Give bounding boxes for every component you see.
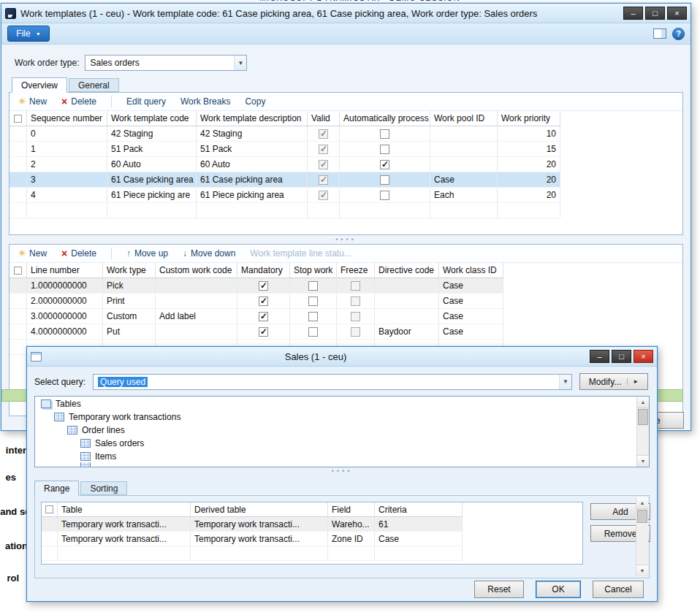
maximize-button[interactable]: □ xyxy=(645,7,665,20)
row-selector[interactable] xyxy=(9,126,27,141)
splitter[interactable]: •••• xyxy=(27,467,657,475)
column-header[interactable]: Freeze xyxy=(337,263,375,278)
cell-line[interactable]: 1.0000000000 xyxy=(27,278,103,293)
stop-work-checkbox[interactable] xyxy=(308,312,318,321)
cell-directive[interactable] xyxy=(375,309,439,324)
column-header[interactable]: Work template description xyxy=(197,111,308,126)
cell-pool[interactable] xyxy=(430,142,498,156)
cell-directive[interactable] xyxy=(375,294,439,308)
cell-description[interactable]: 61 Piece picking area xyxy=(197,188,308,202)
column-header[interactable]: Valid xyxy=(308,111,340,126)
cell-custom[interactable]: Add label xyxy=(156,309,237,324)
table-row[interactable]: 2.0000000000 Print Case xyxy=(9,294,503,309)
modify-button[interactable]: Modify... ► xyxy=(579,373,648,390)
table-row-selected[interactable]: 3 61 Case picking area 61 Case picking a… xyxy=(9,172,560,188)
maximize-button[interactable]: □ xyxy=(612,350,631,363)
row-selector[interactable] xyxy=(9,172,27,187)
cell-priority[interactable]: 15 xyxy=(498,142,560,156)
auto-process-checkbox[interactable] xyxy=(380,145,389,154)
cell-code[interactable]: 61 Case picking area xyxy=(107,172,197,187)
cell-table[interactable]: Temporary work transacti... xyxy=(58,517,191,531)
main-titlebar[interactable]: Work templates (1 - ceu) - Work template… xyxy=(1,4,691,23)
tree-item-clipped[interactable] xyxy=(35,462,649,467)
stop-work-checkbox[interactable] xyxy=(308,281,318,291)
stop-work-checkbox[interactable] xyxy=(308,297,318,306)
layout-icon[interactable] xyxy=(653,28,666,39)
cell-line[interactable]: 4.0000000000 xyxy=(27,324,103,339)
cell-worktype[interactable]: Custom xyxy=(103,309,156,324)
table-row[interactable]: 1.0000000000 Pick Case xyxy=(9,278,503,294)
file-menu-button[interactable]: File ▼ xyxy=(7,26,50,42)
column-header[interactable]: Table xyxy=(58,502,191,516)
tree-item-order-lines[interactable]: Order lines xyxy=(35,423,649,436)
cell-pool[interactable] xyxy=(430,157,498,172)
cell-workclass[interactable]: Case xyxy=(439,294,503,308)
move-up-button[interactable]: ↑ Move up xyxy=(126,248,168,259)
row-selector[interactable] xyxy=(9,278,27,293)
row-selector[interactable] xyxy=(9,324,27,339)
chevron-down-icon[interactable]: ▼ xyxy=(559,375,571,389)
close-button[interactable]: × xyxy=(634,350,653,363)
tab-range[interactable]: Range xyxy=(34,481,79,496)
select-all-checkbox[interactable] xyxy=(9,111,27,126)
mandatory-checkbox[interactable] xyxy=(259,312,268,321)
close-button[interactable]: × xyxy=(667,7,687,20)
stop-work-checkbox[interactable] xyxy=(308,327,318,337)
tree-item-items[interactable]: Items xyxy=(35,449,649,462)
table-row[interactable]: Temporary work transacti... Temporary wo… xyxy=(42,532,463,546)
mandatory-checkbox[interactable] xyxy=(259,327,268,337)
column-header[interactable]: Sequence number xyxy=(27,111,107,126)
cell-sequence[interactable]: 3 xyxy=(27,172,107,187)
cell-priority[interactable]: 20 xyxy=(498,188,560,202)
cell-sequence[interactable]: 4 xyxy=(27,188,107,202)
cell-worktype[interactable]: Put xyxy=(103,324,156,339)
auto-process-checkbox[interactable] xyxy=(380,160,389,169)
reset-button[interactable]: Reset xyxy=(474,581,524,598)
minimize-button[interactable]: – xyxy=(623,7,643,20)
column-header[interactable]: Work type xyxy=(103,263,156,278)
scroll-down-icon[interactable]: ▼ xyxy=(637,455,649,467)
table-row[interactable]: 2 60 Auto 60 Auto 20 xyxy=(9,157,560,172)
new-button[interactable]: ✳ New xyxy=(18,96,47,107)
tab-sorting[interactable]: Sorting xyxy=(80,481,127,495)
column-header[interactable]: Criteria xyxy=(375,502,463,516)
row-selector[interactable] xyxy=(9,309,27,324)
work-order-type-select[interactable]: Sales orders ▼ xyxy=(85,55,247,71)
cell-code[interactable]: 42 Staging xyxy=(107,126,197,141)
cell-pool[interactable]: Case xyxy=(430,172,498,187)
row-selector[interactable] xyxy=(42,517,58,531)
scrollbar-thumb[interactable] xyxy=(637,510,647,523)
chevron-down-icon[interactable]: ▼ xyxy=(234,56,246,70)
cell-pool[interactable]: Each xyxy=(430,188,498,202)
cell-criteria[interactable]: Case xyxy=(375,532,463,546)
cell-description[interactable]: 51 Pack xyxy=(197,142,308,156)
cell-priority[interactable]: 20 xyxy=(498,157,560,172)
cell-derived[interactable]: Temporary work transacti... xyxy=(191,532,328,546)
cell-table[interactable]: Temporary work transacti... xyxy=(58,532,191,546)
move-down-button[interactable]: ↓ Move down xyxy=(183,248,235,259)
row-selector[interactable] xyxy=(42,532,58,546)
cell-sequence[interactable]: 2 xyxy=(27,157,107,172)
table-row[interactable]: Temporary work transacti... Temporary wo… xyxy=(42,517,463,532)
cell-criteria[interactable]: 61 xyxy=(375,517,463,531)
scroll-up-icon[interactable]: ▲ xyxy=(636,497,648,509)
edit-query-button[interactable]: Edit query xyxy=(126,96,166,107)
cell-description[interactable]: 61 Case picking area xyxy=(197,172,308,187)
column-header[interactable]: Mandatory xyxy=(237,263,290,278)
select-query-combo[interactable]: Query used ▼ xyxy=(93,374,572,390)
minimize-button[interactable]: – xyxy=(590,350,609,363)
row-selector[interactable] xyxy=(9,188,27,202)
column-header[interactable]: Line number xyxy=(27,263,103,278)
delete-button[interactable]: × Delete xyxy=(61,248,96,259)
cell-worktype[interactable]: Print xyxy=(103,294,156,308)
column-header[interactable]: Automatically process xyxy=(340,111,430,126)
delete-button[interactable]: × Delete xyxy=(61,96,96,107)
cell-line[interactable]: 2.0000000000 xyxy=(27,294,103,308)
tree-scrollbar[interactable]: ▲ ▼ xyxy=(636,397,649,467)
auto-process-checkbox[interactable] xyxy=(380,191,389,200)
cell-sequence[interactable]: 1 xyxy=(27,142,107,156)
cell-priority[interactable]: 10 xyxy=(498,126,560,141)
tab-overview[interactable]: Overview xyxy=(12,77,67,93)
cell-directive[interactable] xyxy=(375,278,439,293)
column-header[interactable]: Work class ID xyxy=(439,263,503,278)
